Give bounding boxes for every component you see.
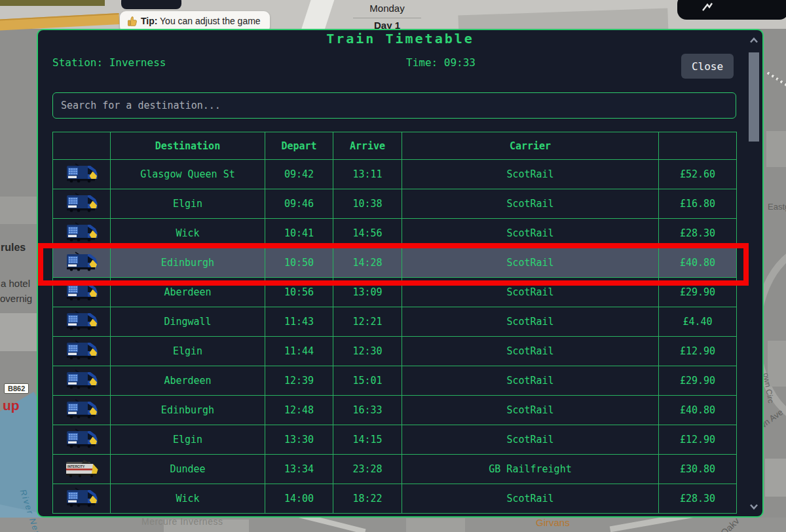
scotrail-train-icon: INTERCITY — [66, 311, 98, 330]
arrive-cell: 18:22 — [333, 484, 402, 514]
destination-cell: Wick — [111, 484, 265, 514]
timetable-body: INTERCITY Glasgow Queen St 09:42 13:11 S… — [53, 160, 737, 514]
map-text-up: up — [3, 398, 20, 413]
price-cell: £28.30 — [659, 219, 737, 248]
timetable-row[interactable]: INTERCITY Glasgow Queen St 09:42 13:11 S… — [53, 160, 737, 189]
carrier-cell: ScotRail — [402, 160, 659, 189]
mercure-inverness-label: Mercure Inverness — [141, 516, 223, 527]
destination-search-input[interactable] — [52, 92, 736, 119]
train-icon-cell: INTERCITY — [53, 366, 111, 396]
arrive-cell: 13:11 — [333, 160, 402, 189]
timetable-header-row: Destination Depart Arrive Carrier — [53, 132, 737, 160]
girvans-label: Girvans — [536, 517, 570, 528]
train-icon-cell: INTERCITY — [53, 425, 111, 455]
scotrail-train-icon: INTERCITY — [66, 222, 98, 242]
scotrail-train-icon: INTERCITY — [66, 193, 98, 212]
time-label: Time: 09:33 — [406, 56, 476, 69]
map-shape — [0, 0, 105, 6]
thumbs-up-icon — [128, 16, 137, 26]
scotrail-train-icon: INTERCITY — [66, 252, 98, 271]
timetable-row[interactable]: INTERCITY Elgin 11:44 12:30 ScotRail £12… — [53, 337, 737, 366]
depart-cell: 14:00 — [265, 484, 333, 514]
timetable-row[interactable]: INTERCITY Dingwall 11:43 12:21 ScotRail … — [53, 307, 737, 337]
map-text-overnight: overnig — [0, 293, 32, 304]
timetable-row[interactable]: INTERCITY Elgin 13:30 14:15 ScotRail £12… — [53, 425, 737, 455]
depart-cell: 09:42 — [265, 160, 333, 189]
destination-cell: Edinburgh — [111, 248, 265, 278]
toolbar-icon — [702, 3, 713, 12]
scotrail-train-icon: INTERCITY — [66, 487, 98, 507]
depart-cell: 13:34 — [265, 455, 333, 484]
timetable-row[interactable]: INTERCITY Wick 10:41 14:56 ScotRail £28.… — [53, 219, 737, 248]
scroll-down-button[interactable] — [747, 499, 760, 514]
icon-column-header — [53, 132, 111, 160]
train-timetable-modal: Train Timetable Station: Inverness Time:… — [37, 29, 764, 518]
scotrail-train-icon: INTERCITY — [66, 163, 98, 183]
map-text-hotel: a hotel — [1, 278, 30, 289]
price-cell: £12.90 — [659, 337, 737, 366]
price-cell: £29.90 — [659, 366, 737, 396]
destination-cell: Elgin — [111, 425, 265, 455]
map-railway — [767, 71, 786, 98]
price-cell: £12.90 — [659, 425, 737, 455]
price-cell: £16.80 — [659, 189, 737, 219]
depart-cell: 10:50 — [265, 248, 333, 278]
depart-cell: 09:46 — [265, 189, 333, 219]
train-icon-cell: INTERCITY — [53, 189, 111, 219]
depart-column-header: Depart — [265, 132, 333, 160]
carrier-cell: ScotRail — [402, 484, 659, 514]
scrollbar-thumb[interactable] — [749, 52, 759, 142]
scotrail-train-icon: INTERCITY — [66, 428, 98, 448]
destination-cell: Elgin — [111, 337, 265, 366]
top-right-control[interactable] — [677, 0, 786, 20]
carrier-cell: ScotRail — [402, 366, 659, 396]
price-cell: £40.80 — [659, 248, 737, 278]
arrive-column-header: Arrive — [333, 132, 402, 160]
timetable-row[interactable]: INTERCITY Edinburgh 10:50 14:28 ScotRail… — [53, 248, 737, 278]
carrier-cell: GB Railfreight — [402, 455, 659, 484]
arrive-cell: 13:09 — [333, 278, 402, 307]
timetable: Destination Depart Arrive Carrier — [52, 132, 737, 514]
carrier-cell: ScotRail — [402, 189, 659, 219]
train-icon-cell: INTERCITY — [53, 337, 111, 366]
timetable-row[interactable]: INTERCITY Elgin 09:46 10:38 ScotRail £16… — [53, 189, 737, 219]
train-icon-cell: INTERCITY — [53, 455, 111, 484]
close-button[interactable]: Close — [681, 54, 734, 79]
price-cell: £4.40 — [659, 307, 737, 337]
destination-cell: Dundee — [111, 455, 265, 484]
arrive-cell: 14:15 — [333, 425, 402, 455]
arrive-cell: 23:28 — [333, 455, 402, 484]
train-icon-cell: INTERCITY — [53, 278, 111, 307]
price-cell: £29.90 — [659, 278, 737, 307]
modal-title: Train Timetable — [38, 31, 762, 47]
timetable-row[interactable]: INTERCITY Aberdeen 12:39 15:01 ScotRail … — [53, 366, 737, 396]
arrive-cell: 12:30 — [333, 337, 402, 366]
depart-cell: 12:48 — [265, 396, 333, 425]
timetable-row[interactable]: INTERCITY Wick 14:00 18:22 ScotRail £28.… — [53, 484, 737, 514]
arrive-cell: 10:38 — [333, 189, 402, 219]
tip-text: Tip: You can adjust the game — [141, 16, 261, 26]
road-badge-b862: B862 — [4, 383, 29, 394]
day-name: Monday — [350, 0, 424, 14]
train-icon-cell: INTERCITY — [53, 248, 111, 278]
destination-cell: Edinburgh — [111, 396, 265, 425]
scotrail-train-icon: INTERCITY — [66, 340, 98, 360]
destination-cell: Elgin — [111, 189, 265, 219]
timetable-row[interactable]: INTERCITY Dundee 13:34 23:28 GB Railfrei… — [53, 455, 737, 484]
map-building — [766, 131, 786, 167]
map-building — [0, 313, 37, 351]
map-text-rules: rules — [1, 242, 26, 254]
eastgate-label: Eastg — [768, 202, 786, 212]
carrier-cell: ScotRail — [402, 425, 659, 455]
carrier-cell: ScotRail — [402, 278, 659, 307]
destination-cell: Wick — [111, 219, 265, 248]
depart-cell: 11:44 — [265, 337, 333, 366]
timetable-row[interactable]: INTERCITY Edinburgh 12:48 16:33 ScotRail… — [53, 396, 737, 425]
depart-cell: 10:56 — [265, 278, 333, 307]
intercity-train-icon: INTERCITY — [64, 458, 100, 478]
scroll-up-button[interactable] — [747, 33, 760, 47]
train-icon-cell: INTERCITY — [53, 396, 111, 425]
timetable-row[interactable]: INTERCITY Aberdeen 10:56 13:09 ScotRail … — [53, 278, 737, 307]
arrive-cell: 12:21 — [333, 307, 402, 337]
arrive-cell: 14:28 — [333, 248, 402, 278]
